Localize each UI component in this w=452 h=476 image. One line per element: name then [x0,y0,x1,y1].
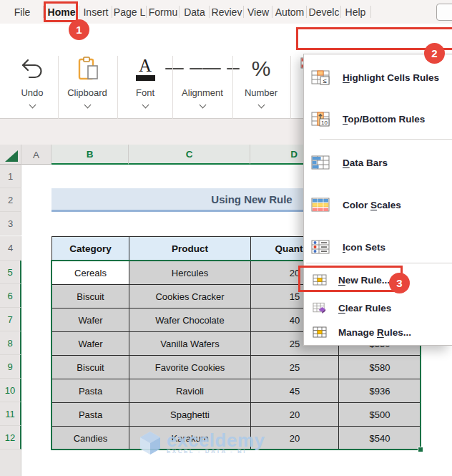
cell[interactable]: Vanilla Wafers [129,332,251,356]
cell[interactable]: Candies [52,427,129,450]
cell[interactable]: Cookies Cracker [129,285,251,309]
cell[interactable]: Wafer Chocolate [129,309,251,332]
menu-item-icon-sets[interactable]: Icon Sets [304,234,452,260]
chevron-down-icon [142,102,149,109]
cell[interactable]: Pasta [52,403,129,427]
font-label: Font [136,87,154,98]
row-header-6[interactable]: 6 [0,284,21,308]
tab-insert[interactable]: Insert [80,0,112,24]
undo-icon [20,52,44,85]
data-bars-icon [311,155,330,170]
row-header-11[interactable]: 11 [0,402,21,426]
tab-file[interactable]: File [7,0,37,24]
new-rule-icon [313,274,327,286]
color-scales-icon [311,198,330,213]
column-header-c[interactable]: C [129,145,250,165]
tab-developer[interactable]: Develc [308,0,340,24]
table-header-product[interactable]: Product [129,237,251,261]
tab-help[interactable]: Help [342,0,369,24]
cell[interactable]: $580 [339,356,421,379]
cell-b5-active[interactable]: Cereals [52,261,129,285]
column-header-b[interactable]: B [51,145,129,165]
tab-page-layout[interactable]: Page L [113,0,146,24]
row-header-10[interactable]: 10 [0,379,21,402]
menu-item-new-rule[interactable]: New Rule... [304,269,452,291]
row-header-3[interactable]: 3 [0,212,21,235]
tab-divider [112,6,112,18]
tab-home[interactable]: Home [44,0,79,24]
group-divider [290,56,291,127]
table-header-category[interactable]: Category [52,237,129,261]
cell[interactable]: Hercules [129,261,251,285]
row-header-4[interactable]: 4 [0,236,21,261]
watermark-name: exceldemy [167,432,265,448]
tab-divider [272,6,272,18]
select-all-button[interactable] [0,145,21,165]
cell[interactable]: Biscuit [52,356,129,379]
tab-divider [179,6,180,18]
tab-divider [340,6,341,18]
row-header-9[interactable]: 9 [0,355,21,379]
group-divider [117,56,118,127]
ribbon-group-alignment[interactable]: Alignment [175,52,230,121]
cell[interactable]: Spaghetti [129,403,251,427]
undo-label: Undo [21,87,43,98]
cell[interactable]: Biscuit [52,285,129,309]
comments-button-partial[interactable] [436,4,452,21]
clipboard-icon [76,52,99,85]
cell[interactable]: Wafer [52,332,129,356]
cell[interactable]: Pasta [52,379,129,403]
cell[interactable]: Ravioli [129,379,251,403]
row-header-filler [0,450,21,476]
cell[interactable]: 45 [251,379,339,403]
tab-divider [79,6,79,18]
cell[interactable]: $500 [339,403,421,427]
menu-item-top-bottom-rules[interactable]: 10 Top/Bottom Rules [304,106,452,132]
ribbon-group-clipboard[interactable]: Clipboard [60,52,114,121]
menu-item-manage-rules[interactable]: Manage Rules... [304,321,452,343]
cell[interactable]: $936 [339,379,421,403]
excel-window: File Home Insert Page L Formu Data Revie… [0,0,452,476]
tab-view[interactable]: View [245,0,272,24]
menu-item-highlight-cells-rules[interactable]: ≤ Highlight Cells Rules [304,64,452,90]
tab-divider [209,6,210,18]
menu-item-data-bars[interactable]: Data Bars [304,150,452,175]
cell[interactable]: Wafer [52,309,129,332]
fill-handle[interactable] [418,447,423,452]
tab-divider [146,6,147,18]
menu-item-clear-rules[interactable]: Clear Rules [304,297,452,319]
column-header-a[interactable]: A [21,145,51,165]
row-header-12[interactable]: 12 [0,426,21,450]
group-divider [58,56,59,127]
cell[interactable]: Favorite Cookies [129,356,251,379]
row-header-8[interactable]: 8 [0,331,21,355]
ribbon-group-font[interactable]: A Font [119,52,171,121]
row-header-5[interactable]: 5 [0,261,21,284]
group-divider [232,56,233,127]
clear-rules-icon [313,302,327,314]
row-header-2[interactable]: 2 [0,188,21,212]
cell[interactable]: 20 [251,403,339,427]
tab-divider [370,6,371,18]
menu-item-color-scales[interactable]: Color Scales [304,192,452,218]
row-header-1[interactable]: 1 [0,165,21,188]
ribbon-group-number[interactable]: % Number [235,52,288,121]
row-header-7[interactable]: 7 [0,308,21,331]
font-icon: A [136,52,155,85]
tab-divider [306,6,307,18]
cell[interactable]: 25 [251,356,339,379]
tab-data[interactable]: Data [180,0,209,24]
chevron-down-icon [199,102,206,109]
banner-title: Using New Rule [211,193,292,205]
ribbon-group-undo[interactable]: Undo [9,52,56,121]
menu-separator [320,139,452,140]
cell[interactable]: $540 [339,427,421,450]
tab-divider [243,6,244,18]
menu-separator [306,263,452,263]
tab-automate[interactable]: Autom [273,0,306,24]
tab-review[interactable]: Reviev [210,0,243,24]
tab-formulas[interactable]: Formu [147,0,179,24]
tab-divider [43,6,44,18]
svg-text:10: 10 [321,120,328,126]
percent-icon: % [252,52,271,85]
